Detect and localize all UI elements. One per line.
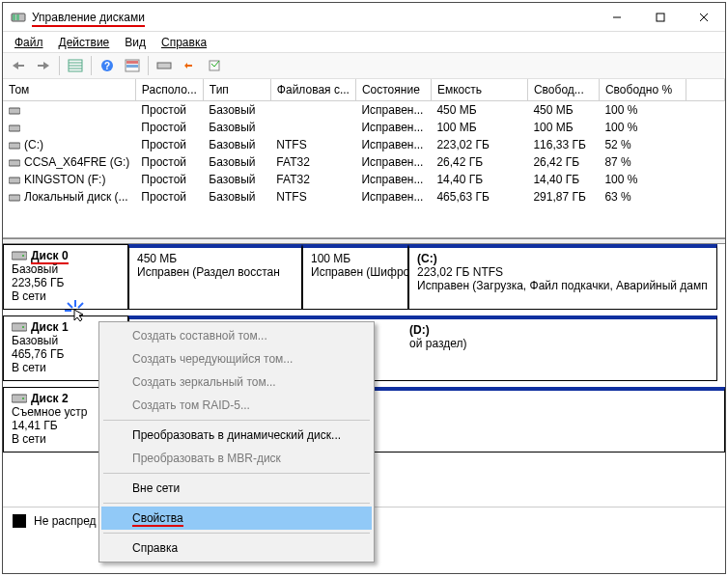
col-status[interactable]: Состояние	[355, 79, 431, 100]
back-button[interactable]	[7, 55, 30, 76]
context-menu-item[interactable]: Свойства	[101, 507, 372, 530]
help-button[interactable]: ?	[96, 55, 119, 76]
context-menu-item[interactable]: Преобразовать в динамический диск...	[101, 424, 372, 447]
svg-point-27	[22, 255, 24, 257]
menu-file[interactable]: Файл	[9, 34, 49, 51]
svg-rect-25	[9, 195, 20, 201]
column-headers[interactable]: Том Располо... Тип Файловая с... Состоян…	[3, 79, 725, 100]
context-menu-item[interactable]: Справка	[101, 536, 372, 560]
svg-rect-24	[9, 178, 20, 183]
menu-separator	[103, 503, 370, 504]
context-menu-item: Создать том RAID-5...	[101, 394, 372, 417]
svg-rect-17	[126, 65, 138, 68]
app-icon	[11, 10, 26, 25]
menu-view[interactable]: Вид	[119, 34, 152, 51]
view-graphic-button[interactable]	[121, 55, 144, 76]
menu-separator	[103, 473, 370, 474]
partition[interactable]: 100 МБИсправен (Шифро	[302, 244, 408, 310]
toolbar-sep	[148, 56, 149, 75]
col-capacity[interactable]: Емкость	[431, 79, 527, 100]
col-pct[interactable]: Свободно %	[599, 79, 686, 100]
forward-button[interactable]	[32, 55, 55, 76]
properties-button[interactable]	[203, 55, 226, 76]
col-spacer	[686, 79, 724, 100]
volume-row[interactable]: CCSA_X64FRE (G:)ПростойБазовыйFAT32Испра…	[3, 153, 725, 171]
action-button[interactable]	[178, 55, 201, 76]
disk-header[interactable]: Диск 0Базовый223,56 ГБВ сети	[3, 244, 128, 310]
svg-rect-4	[657, 14, 664, 21]
col-volume[interactable]: Том	[3, 79, 135, 100]
legend-unallocated-swatch	[13, 514, 26, 528]
col-layout[interactable]: Располо...	[135, 79, 203, 100]
svg-point-31	[22, 398, 24, 399]
titlebar: Управление дисками	[3, 3, 725, 32]
disk-management-window: Управление дисками Файл Действие Вид Спр…	[2, 2, 726, 574]
context-menu-item: Преобразовать в MBR-диск	[101, 447, 372, 470]
menu-separator	[103, 420, 370, 421]
svg-rect-22	[9, 143, 20, 149]
window-buttons	[595, 3, 725, 31]
view-list-button[interactable]	[64, 55, 87, 76]
svg-rect-1	[13, 14, 15, 20]
svg-point-29	[22, 326, 24, 328]
toolbar-sep	[59, 56, 60, 75]
context-menu-item: Создать составной том...	[101, 324, 372, 347]
maximize-button[interactable]	[638, 3, 682, 31]
disk-partitions: 450 МБИсправен (Раздел восстан100 МБИспр…	[128, 244, 725, 310]
volume-row[interactable]: KINGSTON (F:)ПростойБазовыйFAT32Исправен…	[3, 171, 725, 188]
context-menu-item: Создать чередующийся том...	[101, 347, 372, 370]
menu-separator	[103, 533, 370, 534]
partition[interactable]: (C:)223,02 ГБ NTFSИсправен (Загрузка, Фа…	[408, 244, 717, 310]
col-type[interactable]: Тип	[203, 79, 270, 100]
menu-help[interactable]: Справка	[155, 34, 212, 51]
context-menu-item: Создать зеркальный том...	[101, 370, 372, 394]
col-free[interactable]: Свобод...	[527, 79, 599, 100]
window-title: Управление дисками	[32, 11, 595, 24]
volume-list[interactable]: Том Располо... Тип Файловая с... Состоян…	[3, 79, 725, 238]
legend-unallocated-label: Не распред	[34, 514, 97, 528]
svg-rect-21	[9, 125, 20, 131]
volume-row[interactable]: ПростойБазовыйИсправен...100 МБ100 МБ100…	[3, 119, 725, 136]
toolbar-sep	[91, 56, 92, 75]
svg-rect-23	[9, 160, 20, 166]
svg-rect-18	[157, 63, 171, 69]
toolbar: ?	[3, 52, 725, 79]
volume-row[interactable]: Локальный диск (...ПростойБазовыйNTFSИсп…	[3, 188, 725, 206]
menubar: Файл Действие Вид Справка	[3, 32, 725, 52]
menu-action[interactable]: Действие	[53, 34, 116, 51]
svg-text:?: ?	[104, 61, 110, 71]
svg-rect-16	[126, 61, 138, 64]
svg-rect-20	[9, 108, 20, 114]
disk-row: Диск 0Базовый223,56 ГБВ сети450 МБИсправ…	[3, 244, 725, 315]
minimize-button[interactable]	[595, 3, 638, 31]
volume-row[interactable]: (C:)ПростойБазовыйNTFSИсправен...223,02 …	[3, 136, 725, 153]
context-menu-item[interactable]: Вне сети	[101, 477, 372, 500]
svg-rect-26	[12, 252, 27, 260]
svg-rect-2	[16, 14, 19, 20]
volume-row[interactable]: ПростойБазовыйИсправен...450 МБ450 МБ100…	[3, 100, 725, 119]
close-button[interactable]	[682, 3, 725, 31]
partition[interactable]: 450 МБИсправен (Раздел восстан	[128, 244, 302, 310]
svg-rect-28	[12, 323, 27, 331]
disk-context-menu[interactable]: Создать составной том...Создать чередующ…	[98, 321, 375, 562]
view-disks-button[interactable]	[153, 55, 176, 76]
col-fs[interactable]: Файловая с...	[270, 79, 355, 100]
svg-rect-30	[12, 395, 27, 402]
